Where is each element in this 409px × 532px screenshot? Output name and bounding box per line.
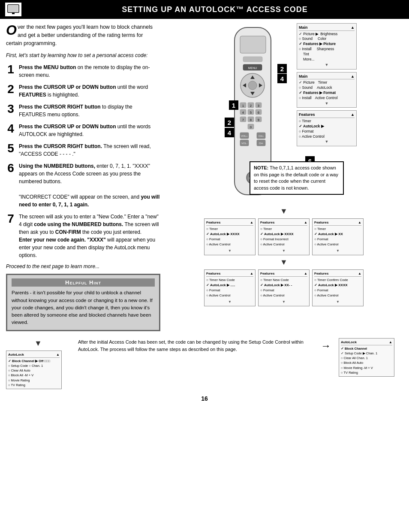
svg-text:8: 8 xyxy=(250,118,252,121)
autolock-panel-left: AutoLock▲ ✓ Block Channel ▶ Off □□□ ○ Se… xyxy=(6,351,62,390)
svg-rect-5 xyxy=(243,57,262,62)
svg-text:MENU: MENU xyxy=(248,66,257,70)
step-7-number: 7 xyxy=(6,213,15,225)
step-1: 1 Press the MENU button on the remote to… xyxy=(6,63,160,79)
svg-point-9 xyxy=(248,81,257,90)
panels-row-2: Features▲ ○ Timer New Code ✓ AutoLock ▶ … xyxy=(165,269,403,306)
helpful-hint-box: Helpful Hint Parents - it isn't possible… xyxy=(6,274,160,331)
step-3-text: Press the CURSOR RIGHT button to display… xyxy=(19,103,160,118)
step-callout-2: 2 xyxy=(277,64,287,73)
header-icon xyxy=(5,3,21,16)
step-3: 3 Press the CURSOR RIGHT button to displ… xyxy=(6,103,160,118)
screen-panel-main: Main▲ ✓ Picture ▶Brightness ○ SoundColor… xyxy=(297,23,357,70)
step-callout-4b: 4 xyxy=(225,128,234,137)
step-5: 5 Press the CURSOR RIGHT button. The scr… xyxy=(6,142,160,158)
step-6-number: 6 xyxy=(6,162,15,174)
step-2: 2 Press the CURSOR UP or DOWN button unt… xyxy=(6,83,160,99)
step-callout-2b: 2 xyxy=(225,118,234,127)
svg-text:3: 3 xyxy=(258,104,259,107)
page-header: Setting Up an AutoLock™ Access Code xyxy=(0,0,409,19)
row-arrow-2: ▼ xyxy=(165,258,403,267)
svg-text:7: 7 xyxy=(242,118,244,121)
left-column: O ver the next few pages you'll learn ho… xyxy=(6,23,165,331)
bottom-section: ▼ AutoLock▲ ✓ Block Channel ▶ Off □□□ ○ … xyxy=(0,336,409,392)
svg-text:CH+: CH+ xyxy=(259,135,264,137)
step-2-number: 2 xyxy=(6,83,15,95)
step-6: 6 Using the NUMBERED buttons, enter 0, 7… xyxy=(6,162,160,209)
page-title: Setting Up an AutoLock™ Access Code xyxy=(26,5,404,14)
step-4: 4 Press the CURSOR UP or DOWN button unt… xyxy=(6,123,160,138)
steps-list: 1 Press the MENU button on the remote to… xyxy=(6,63,160,259)
hint-title: Helpful Hint xyxy=(12,278,155,287)
step-5-text: Press the CURSOR RIGHT button. The scree… xyxy=(19,142,160,158)
svg-text:CH-: CH- xyxy=(259,142,264,145)
step-4-text: Press the CURSOR UP or DOWN button until… xyxy=(19,123,160,138)
bottom-autolock-left-area: ▼ AutoLock▲ ✓ Block Channel ▶ Off □□□ ○ … xyxy=(6,338,70,390)
bottom-autolock-right-area: AutoLock▲ ✓ Block Channel ✓ Setup Code ▶… xyxy=(339,338,403,390)
remote-area: MENU 1 2 3 4 xyxy=(211,23,357,203)
mini-panel-5: Features▲ ○ Timer New Code ✓ AutoLock ▶ … xyxy=(258,269,310,306)
svg-text:6: 6 xyxy=(258,111,259,114)
step-callout-4: 4 xyxy=(277,74,287,83)
after-initial-text: After the initial Access Code has been s… xyxy=(75,338,334,390)
bottom-row-arrow: ▼ xyxy=(6,339,70,348)
svg-text:1: 1 xyxy=(242,104,244,107)
row-arrow-1: ▼ xyxy=(165,207,403,216)
svg-text:0: 0 xyxy=(250,126,252,129)
mini-panel-3: Features▲ ○ Timer ✓ AutoLock ▶ XX ○ Form… xyxy=(312,218,364,255)
step-3-number: 3 xyxy=(6,103,15,115)
step-6-text: Using the NUMBERED buttons, enter 0, 7, … xyxy=(19,162,160,209)
step-4-number: 4 xyxy=(6,123,15,135)
step-2-text: Press the CURSOR UP or DOWN button until… xyxy=(19,83,160,99)
bottom-panels-area: ▼ Features▲ ○ Timer ✓ AutoLock ▶ XXXX ○ … xyxy=(165,206,403,306)
svg-rect-4 xyxy=(240,36,266,53)
svg-text:5: 5 xyxy=(250,111,252,114)
svg-text:9: 9 xyxy=(258,118,259,121)
proceed-line: Proceed to the next page to learn more..… xyxy=(6,263,160,269)
screen-panels-right: Main▲ ✓ Picture ▶Brightness ○ SoundColor… xyxy=(297,23,357,146)
autolock-panel-right: AutoLock▲ ✓ Block Channel ✓ Setup Code ▶… xyxy=(339,338,394,377)
page-number: 16 xyxy=(0,392,409,405)
step-1-number: 1 xyxy=(6,63,15,76)
step-7: 7 The screen will ask you to enter a "Ne… xyxy=(6,213,160,259)
step-1-text: Press the MENU button on the remote to d… xyxy=(19,63,160,79)
svg-text:VOL+: VOL+ xyxy=(241,135,248,137)
step-callout-1: 1 xyxy=(229,100,238,110)
mini-panel-6: Features▲ ○ Timer Confirm Code ✓ AutoLoc… xyxy=(312,269,364,306)
step-5-number: 5 xyxy=(6,142,15,154)
mini-panel-4: Features▲ ○ Timer New Code ✓ AutoLock ▶ … xyxy=(204,269,256,306)
note-box: NOTE: The 0,7,1,1 access code shown on t… xyxy=(250,161,344,195)
svg-rect-1 xyxy=(9,6,18,12)
svg-text:4: 4 xyxy=(242,111,244,114)
mini-panel-2: Features▲ ○ Timer ✓ AutoLock ▶ XXXX ○ Fo… xyxy=(258,218,310,255)
svg-text:2: 2 xyxy=(250,104,252,107)
right-column: MENU 1 2 3 4 xyxy=(165,23,403,331)
panels-row-1: Features▲ ○ Timer ✓ AutoLock ▶ XXXX ○ Fo… xyxy=(165,218,403,255)
hint-text: Parents - it isn't possible for your chi… xyxy=(12,289,155,326)
screen-panel-features: Features▲ ○ Timer ✓ AutoLock ▶ ○ Format … xyxy=(297,110,357,146)
intro-italic: First, let's start by learning how to se… xyxy=(6,51,160,59)
mini-panel-1: Features▲ ○ Timer ✓ AutoLock ▶ XXXX ○ Fo… xyxy=(204,218,256,255)
svg-text:VOL-: VOL- xyxy=(241,142,247,145)
screen-panel-main2: Main▲ ✓ PictureTimer ○ SoundAutoLock ✓ F… xyxy=(297,72,357,108)
intro-paragraph: O ver the next few pages you'll learn ho… xyxy=(6,23,160,47)
svg-rect-2 xyxy=(12,13,15,14)
step-7-text: The screen will ask you to enter a "New … xyxy=(19,213,160,259)
